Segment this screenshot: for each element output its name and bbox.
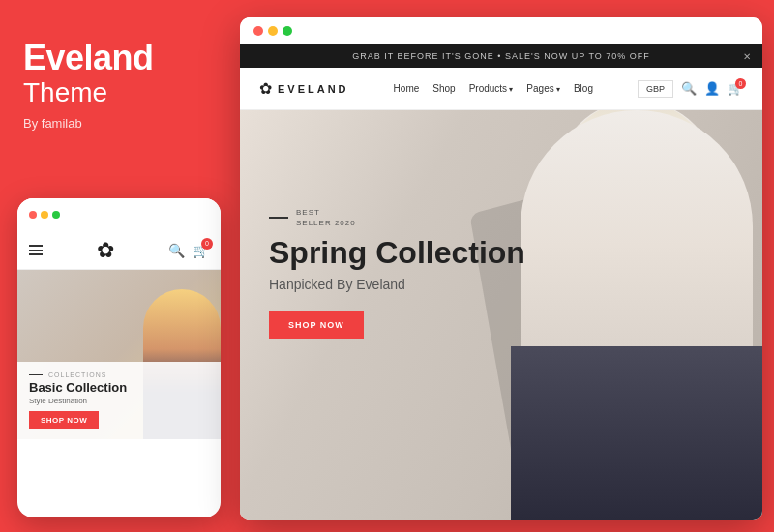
- desktop-cart-wrap: 🛒 0: [728, 81, 743, 97]
- mobile-cart-badge: 0: [201, 238, 213, 250]
- mobile-logo-icon: ✿: [97, 238, 114, 263]
- desktop-navbar: ✿ EVELAND Home Shop Products Pages Blog …: [240, 68, 762, 110]
- mobile-collections-label: COLLECTIONS: [29, 371, 209, 378]
- desktop-nav-links: Home Shop Products Pages Blog: [394, 83, 593, 94]
- nav-products[interactable]: Products: [469, 83, 514, 94]
- desktop-logo-text: EVELAND: [278, 83, 349, 95]
- nav-pages[interactable]: Pages: [526, 83, 560, 94]
- desktop-promo-bar: GRAB IT BEFORE IT'S GONE • SALE'S NOW UP…: [240, 44, 762, 68]
- desktop-account-icon[interactable]: 👤: [704, 81, 720, 97]
- brand-title: Eveland Theme: [23, 39, 214, 108]
- hero-best-seller: BEST SELLER 2020: [269, 207, 525, 228]
- currency-selector[interactable]: GBP: [638, 80, 673, 98]
- mobile-dots: [29, 211, 60, 219]
- desktop-dot-green: [283, 26, 292, 36]
- nav-shop[interactable]: Shop: [432, 83, 455, 94]
- left-panel: Eveland Theme By familab ✿ 🔍 🛒 0: [0, 0, 237, 532]
- desktop-hero: BEST SELLER 2020 Spring Collection Hanpi…: [240, 110, 762, 520]
- mobile-nav-right: 🔍 🛒 0: [168, 242, 209, 259]
- mobile-mockup: ✿ 🔍 🛒 0 COLLECTIONS Basic Collection Sty…: [17, 198, 221, 517]
- hero-subtitle: Hanpicked By Eveland: [269, 277, 525, 292]
- hero-content: BEST SELLER 2020 Spring Collection Hanpi…: [269, 207, 525, 339]
- hero-title: Spring Collection: [269, 236, 525, 270]
- mobile-top-bar: [17, 198, 221, 231]
- desktop-dots: [253, 26, 292, 36]
- desktop-dot-yellow: [268, 26, 278, 36]
- brand-by: By familab: [23, 116, 214, 131]
- promo-text: GRAB IT BEFORE IT'S GONE • SALE'S NOW UP…: [352, 51, 649, 61]
- hamburger-icon[interactable]: [29, 245, 43, 255]
- mobile-hero: COLLECTIONS Basic Collection Style Desti…: [17, 270, 221, 439]
- mobile-dot-green: [52, 211, 60, 219]
- mobile-nav: ✿ 🔍 🛒 0: [17, 231, 221, 270]
- mobile-collection-title: Basic Collection: [29, 380, 209, 396]
- mobile-cart-wrap: 🛒 0: [193, 242, 209, 259]
- desktop-search-icon[interactable]: 🔍: [681, 81, 697, 97]
- promo-close-icon[interactable]: ✕: [743, 51, 751, 62]
- hero-best-label: BEST SELLER 2020: [296, 207, 356, 228]
- desktop-logo-icon: ✿: [259, 79, 272, 98]
- nav-blog[interactable]: Blog: [574, 83, 593, 94]
- desktop-nav-logo: ✿ EVELAND: [259, 79, 349, 98]
- person-upper: [521, 110, 753, 381]
- person-pants: [511, 346, 762, 520]
- mobile-dot-red: [29, 211, 37, 219]
- desktop-dot-red: [253, 26, 263, 36]
- mobile-shop-button[interactable]: SHOP NOW: [29, 411, 99, 429]
- mobile-collection-sub: Style Destination: [29, 397, 209, 405]
- hero-line: [269, 217, 288, 219]
- desktop-mockup: GRAB IT BEFORE IT'S GONE • SALE'S NOW UP…: [240, 17, 762, 520]
- hero-shop-button[interactable]: SHOP NOW: [269, 311, 364, 339]
- desktop-top-bar: [240, 17, 762, 44]
- mobile-dot-yellow: [41, 211, 48, 219]
- mobile-collection-overlay: COLLECTIONS Basic Collection Style Desti…: [17, 362, 221, 439]
- desktop-nav-right: GBP 🔍 👤 🛒 0: [638, 80, 743, 98]
- mobile-search-icon[interactable]: 🔍: [168, 243, 185, 258]
- nav-home[interactable]: Home: [394, 83, 420, 94]
- desktop-cart-badge: 0: [735, 78, 746, 89]
